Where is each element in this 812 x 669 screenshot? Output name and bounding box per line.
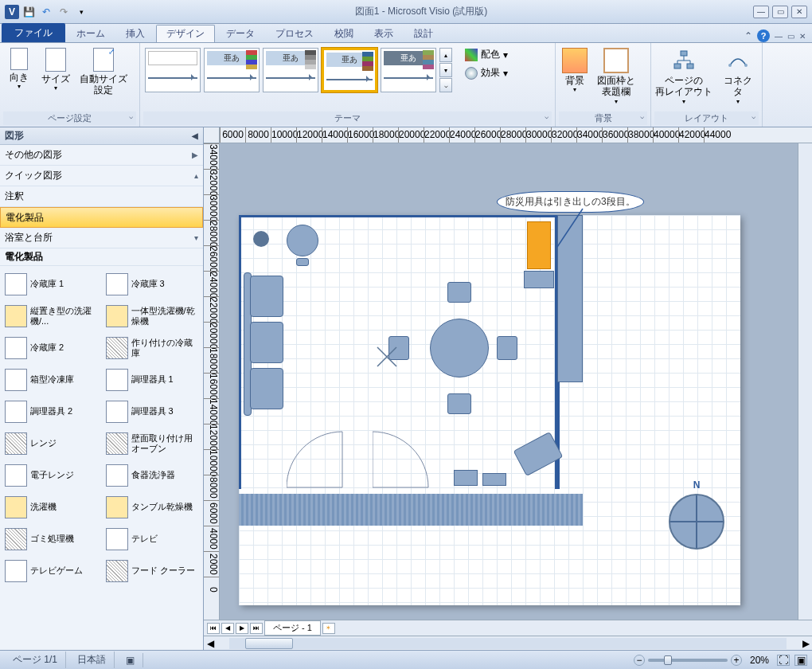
shapes-header[interactable]: 図形◀ (0, 127, 203, 145)
gallery-more[interactable]: ⌵ (439, 78, 452, 92)
shape-sofa[interactable] (244, 272, 283, 416)
tab-view[interactable]: 表示 (365, 25, 403, 42)
undo-button[interactable]: ↶ (38, 4, 54, 20)
shape-box[interactable] (482, 473, 506, 486)
zoom-in-button[interactable]: + (731, 655, 742, 666)
shape-stencil-item[interactable]: 調理器具 3 (104, 397, 201, 427)
colors-button[interactable]: 配色 ▾ (462, 46, 511, 63)
shape-stencil-item[interactable]: 調理器具 1 (104, 365, 201, 395)
shape-stencil-item[interactable]: 冷蔵庫 2 (3, 333, 100, 363)
stencil-bath-kitchen[interactable]: 浴室と台所▾ (0, 228, 203, 248)
shape-stencil-item[interactable]: 食器洗浄器 (104, 460, 201, 491)
doc-minimize-icon[interactable]: — (775, 32, 783, 41)
shape-stencil-item[interactable]: 箱型冷凍庫 (3, 365, 100, 395)
minimize-button[interactable]: — (753, 6, 769, 18)
status-page[interactable]: ページ 1/1 (5, 651, 66, 668)
wall-segment[interactable] (557, 215, 583, 382)
tab-data[interactable]: データ (217, 25, 264, 42)
stencil-appliances[interactable]: 電化製品 (0, 207, 203, 228)
theme-option[interactable] (145, 48, 201, 92)
theme-gallery[interactable]: 亜あ 亜あ 亜あ 亜あ ▴ ▾ ⌵ (143, 46, 452, 94)
gallery-down[interactable]: ▾ (439, 63, 452, 77)
shape-stencil-item[interactable]: 縦置き型の洗濯機/... (3, 301, 100, 331)
theme-option[interactable]: 亜あ (204, 48, 260, 92)
tab-design[interactable]: デザイン (156, 25, 215, 42)
tab-nav-first[interactable]: ⏮ (207, 623, 220, 634)
tab-insert[interactable]: 挿入 (116, 25, 154, 42)
doc-close-icon[interactable]: ✕ (799, 32, 806, 41)
tab-nav-next[interactable]: ▶ (236, 623, 248, 634)
shape-round-table[interactable] (287, 225, 318, 256)
compass[interactable]: N (669, 494, 724, 550)
drawing-page[interactable]: N (239, 215, 740, 605)
ribbon-minimize-icon[interactable]: ⌃ (744, 30, 752, 41)
theme-option-selected[interactable]: 亜あ (322, 48, 377, 92)
fullscreen-button[interactable]: ▣ (794, 655, 807, 666)
shape-stencil-item[interactable]: 作り付けの冷蔵庫 (104, 333, 201, 363)
shape-stencil-item[interactable]: テレビ (104, 524, 201, 554)
tab-plan[interactable]: 設計 (404, 25, 443, 42)
shape-chair[interactable] (296, 258, 309, 266)
zoom-out-button[interactable]: − (634, 655, 645, 666)
doc-restore-icon[interactable]: ▭ (787, 32, 794, 41)
stencil-more-shapes[interactable]: その他の図形▶ (0, 145, 203, 166)
orientation-button[interactable]: 向き▾ (3, 46, 35, 92)
shape-stencil-item[interactable]: 一体型洗濯機/乾燥機 (104, 301, 201, 331)
status-language[interactable]: 日本語 (69, 651, 115, 668)
effects-button[interactable]: 効果 ▾ (462, 65, 511, 81)
shape-stencil-item[interactable]: 壁面取り付け用オーブン (104, 428, 201, 459)
theme-option[interactable]: 亜あ (381, 48, 436, 92)
shape-stencil-item[interactable]: 冷蔵庫 3 (104, 269, 201, 299)
maximize-button[interactable]: ▭ (772, 6, 788, 18)
qat-customize[interactable]: ▾ (73, 4, 89, 20)
shape-chair[interactable] (447, 282, 471, 303)
shape-stencil-item[interactable]: テレビゲーム (3, 556, 100, 586)
drawing-canvas[interactable]: N 防災用具は引き出しの3段目。 (220, 143, 812, 620)
stencil-quick-shapes[interactable]: クイック図形▴ (0, 166, 203, 186)
shape-dining-table[interactable] (430, 319, 489, 378)
scrollbar-horizontal[interactable]: ◀ ▶ (204, 636, 812, 650)
app-icon[interactable]: V (5, 5, 19, 19)
marker-x[interactable] (376, 346, 398, 368)
gallery-up[interactable]: ▴ (439, 48, 452, 62)
floor-pattern[interactable] (239, 494, 583, 526)
tab-nav-last[interactable]: ⏭ (250, 623, 263, 634)
status-macro-icon[interactable]: ▣ (118, 653, 143, 667)
theme-option[interactable]: 亜あ (263, 48, 318, 92)
zoom-level[interactable]: 20% (745, 655, 774, 666)
page-tab[interactable]: ページ - 1 (264, 620, 321, 636)
connectors-button[interactable]: コネクタ▾ (717, 46, 759, 107)
tab-add-page[interactable]: ✶ (322, 623, 335, 634)
fit-window-button[interactable]: ⛶ (777, 655, 790, 666)
tab-process[interactable]: プロセス (266, 25, 323, 42)
shape-stencil-item[interactable]: ゴミ処理機 (3, 524, 100, 554)
background-button[interactable]: 背景▾ (559, 46, 591, 96)
tab-nav-prev[interactable]: ◀ (221, 623, 234, 634)
shape-stencil-item[interactable]: 洗濯機 (3, 492, 100, 522)
autosize-button[interactable]: ⤢自動サイズ 設定 (76, 46, 131, 98)
shape-chair[interactable] (497, 336, 517, 360)
scrollbar-vertical[interactable] (798, 143, 812, 620)
shape-stencil-item[interactable]: 冷蔵庫 1 (3, 269, 100, 299)
border-title-button[interactable]: 図面枠と 表題欄▾ (594, 46, 638, 107)
shape-chair[interactable] (447, 393, 471, 414)
shape-box[interactable] (454, 470, 478, 486)
relayout-button[interactable]: ページの 再レイアウト▾ (654, 46, 714, 107)
shape-cabinet-highlighted[interactable] (527, 221, 551, 269)
help-icon[interactable]: ? (757, 29, 770, 42)
shape-stencil-item[interactable]: 電子レンジ (3, 460, 100, 491)
decoration-sun[interactable] (244, 221, 279, 256)
stencil-annotation[interactable]: 注釈 (0, 186, 203, 207)
shape-stencil-item[interactable]: レンジ (3, 428, 100, 459)
save-button[interactable]: 💾 (21, 4, 37, 20)
shape-stencil-item[interactable]: タンブル乾燥機 (104, 492, 201, 522)
close-button[interactable]: ✕ (791, 6, 807, 18)
redo-button[interactable]: ↷ (56, 4, 72, 20)
shape-counter[interactable] (524, 271, 554, 288)
tab-home[interactable]: ホーム (67, 25, 115, 42)
file-tab[interactable]: ファイル (2, 23, 65, 42)
scrollbar-thumb[interactable] (245, 638, 293, 649)
shape-stencil-item[interactable]: フード クーラー (104, 556, 201, 586)
zoom-slider[interactable] (648, 659, 728, 662)
tab-review[interactable]: 校閲 (325, 25, 363, 42)
